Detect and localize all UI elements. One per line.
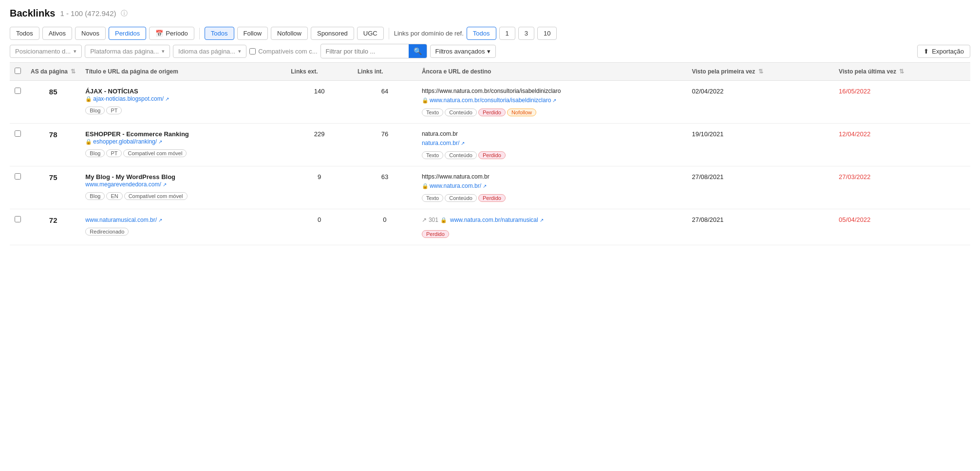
external-link-icon: ↗ xyxy=(158,139,162,145)
filtros-avancados-button[interactable]: Filtros avançados ▾ xyxy=(430,45,496,58)
page-url-link[interactable]: www.megarevendedora.com/ ↗ xyxy=(85,181,166,188)
dest-tag: Texto xyxy=(422,194,443,202)
page-url-link[interactable]: www.naturamusical.com.br/ ↗ xyxy=(85,217,162,223)
links-por-dominio-label: Links por domínio de ref. xyxy=(394,30,464,37)
as-score: 78 xyxy=(26,124,80,166)
compativeis-checkbox-label[interactable]: Compatíveis com c... xyxy=(249,48,317,55)
page-url-link[interactable]: eshopper.global/ranking/ ↗ xyxy=(93,138,162,145)
external-link-icon: ↗ xyxy=(483,183,487,189)
as-score: 72 xyxy=(26,209,80,245)
tab-todos[interactable]: Todos xyxy=(10,27,39,40)
dest-tag: Conteúdo xyxy=(445,194,477,202)
page-title-cell: ÁJAX - NOTÍCIAS🔒ajax-noticias.blogspot.c… xyxy=(80,81,286,124)
dest-link[interactable]: www.natura.com.br/naturamusical ↗ xyxy=(450,217,544,223)
as-score: 75 xyxy=(26,166,80,209)
page-url-link[interactable]: ajax-noticias.blogspot.com/ ↗ xyxy=(93,95,169,102)
table-row: 75My Blog - My WordPress Blogwww.megarev… xyxy=(10,166,970,209)
table-wrapper: AS da página ⇅ Título e URL da página de… xyxy=(10,62,970,245)
row-checkbox[interactable] xyxy=(15,173,21,180)
page-title: Backlinks xyxy=(10,8,55,19)
page-title-cell: www.naturamusical.com.br/ ↗Redirecionado xyxy=(80,209,286,245)
tab-10[interactable]: 10 xyxy=(537,27,557,40)
external-link-icon: ↗ xyxy=(552,98,556,103)
tab-nofollow[interactable]: Nofollow xyxy=(271,27,308,40)
tab-periodo[interactable]: 📅 Período xyxy=(149,27,194,40)
tag: Compatível com móvel xyxy=(124,192,188,200)
lock-icon: 🔒 xyxy=(422,183,429,189)
external-link-icon: ↗ xyxy=(163,182,167,187)
external-link-icon: ↗ xyxy=(165,96,169,102)
compativeis-checkbox[interactable] xyxy=(249,48,256,54)
separator2 xyxy=(389,28,389,39)
tab-perdidos[interactable]: Perdidos xyxy=(109,27,146,40)
lock-icon: 🔒 xyxy=(85,139,92,145)
tab-sponsored[interactable]: Sponsored xyxy=(311,27,354,40)
sort-icon: ⇅ xyxy=(758,68,763,75)
tab-ativos[interactable]: Ativos xyxy=(42,27,72,40)
tag: PT xyxy=(106,149,122,157)
links-ext: 229 xyxy=(286,124,353,166)
separator xyxy=(199,28,200,39)
links-ext: 140 xyxy=(286,81,353,124)
select-all-checkbox[interactable] xyxy=(15,68,21,74)
info-icon[interactable]: ⓘ xyxy=(121,9,128,18)
tab-todos2[interactable]: Todos xyxy=(205,27,234,40)
links-ext: 0 xyxy=(286,209,353,245)
last-seen: 12/04/2022 xyxy=(834,124,970,166)
last-seen: 27/03/2022 xyxy=(834,166,970,209)
page-title-text: ESHOPPER - Ecommerce Ranking xyxy=(85,130,281,138)
anchor-dest-cell: https://www.natura.com.br🔒www.natura.com… xyxy=(417,166,687,209)
th-first-seen[interactable]: Visto pela primeira vez ⇅ xyxy=(687,63,834,81)
tab-ugc[interactable]: UGC xyxy=(357,27,384,40)
plataforma-dropdown[interactable]: Plataforma das página... ▾ xyxy=(85,45,170,58)
lock-icon: 🔒 xyxy=(85,96,92,102)
links-int: 76 xyxy=(353,124,417,166)
search-input[interactable] xyxy=(321,45,409,57)
table-header-row: AS da página ⇅ Título e URL da página de… xyxy=(10,63,970,81)
row-checkbox[interactable] xyxy=(15,130,21,137)
dest-link[interactable]: www.natura.com.br/consultoria/isabeldini… xyxy=(430,97,556,104)
first-seen: 02/04/2022 xyxy=(687,81,834,124)
tab-follow[interactable]: Follow xyxy=(237,27,268,40)
tab-3[interactable]: 3 xyxy=(518,27,534,40)
tab-novos[interactable]: Novos xyxy=(75,27,106,40)
search-button[interactable]: 🔍 xyxy=(409,44,427,58)
sort-icon: ⇅ xyxy=(71,68,75,75)
th-checkbox xyxy=(10,63,26,81)
idioma-dropdown[interactable]: Idioma das página... ▾ xyxy=(173,45,246,58)
dest-tag: Texto xyxy=(422,109,443,116)
filter-row-1: Todos Ativos Novos Perdidos 📅 Período To… xyxy=(10,27,970,40)
tab-todos3[interactable]: Todos xyxy=(467,27,496,40)
backlinks-table: AS da página ⇅ Título e URL da página de… xyxy=(10,62,970,245)
posicionamento-dropdown[interactable]: Posicionamento d... ▾ xyxy=(10,45,82,58)
dest-plain: https://www.natura.com.br/consultoria/is… xyxy=(422,88,682,94)
th-anchor: Âncora e URL de destino xyxy=(417,63,687,81)
th-last-seen[interactable]: Visto pela última vez ⇅ xyxy=(834,63,970,81)
anchor-dest-cell: ↗ 301 🔒 www.natura.com.br/naturamusical … xyxy=(417,209,687,245)
external-link-icon: ↗ xyxy=(158,217,162,223)
table-row: 78ESHOPPER - Ecommerce Ranking🔒eshopper.… xyxy=(10,124,970,166)
row-checkbox[interactable] xyxy=(15,88,21,94)
dest-tag: Perdido xyxy=(422,230,449,238)
redirect-number: 301 xyxy=(429,217,438,223)
links-ext: 9 xyxy=(286,166,353,209)
page-title-text: ÁJAX - NOTÍCIAS xyxy=(85,88,281,95)
exportacao-button[interactable]: ⬆ Exportação xyxy=(917,45,970,58)
redirect-icon: ↗ xyxy=(422,217,427,223)
page-title-text: My Blog - My WordPress Blog xyxy=(85,173,281,181)
dest-tag: Perdido xyxy=(478,151,506,159)
th-links-ext: Links ext. xyxy=(286,63,353,81)
tab-1[interactable]: 1 xyxy=(499,27,515,40)
last-seen: 16/05/2022 xyxy=(834,81,970,124)
page-title-cell: ESHOPPER - Ecommerce Ranking🔒eshopper.gl… xyxy=(80,124,286,166)
dest-link[interactable]: natura.com.br/ ↗ xyxy=(422,140,465,146)
tag: Blog xyxy=(85,107,105,114)
search-wrapper: 🔍 xyxy=(320,44,427,58)
th-as[interactable]: AS da página ⇅ xyxy=(26,63,80,81)
anchor-dest-cell: natura.com.brnatura.com.br/ ↗TextoConteú… xyxy=(417,124,687,166)
dest-tag: Conteúdo xyxy=(445,109,477,116)
as-score: 85 xyxy=(26,81,80,124)
dest-link[interactable]: www.natura.com.br/ ↗ xyxy=(430,182,487,189)
row-checkbox[interactable] xyxy=(15,216,21,222)
dest-plain: natura.com.br xyxy=(422,130,682,137)
